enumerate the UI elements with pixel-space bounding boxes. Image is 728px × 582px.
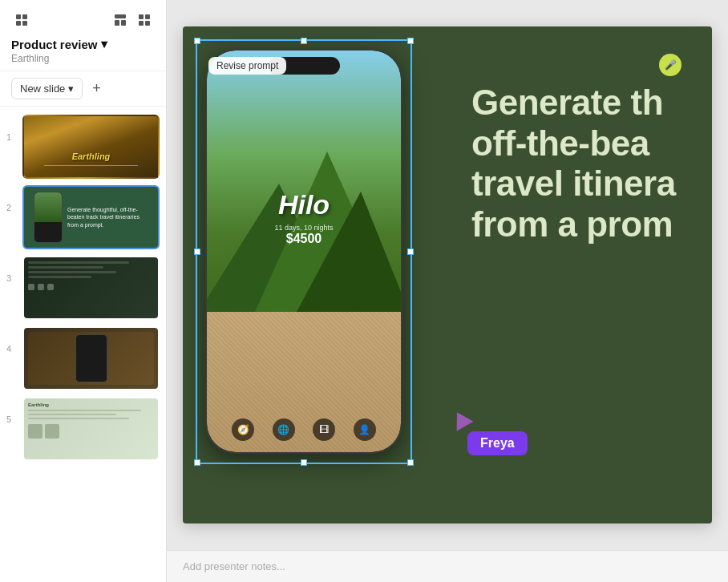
handle-top-right[interactable] bbox=[407, 38, 414, 44]
slide-canvas[interactable]: Revise prompt 🎤 Hilo bbox=[183, 26, 712, 523]
thumb-2-text: Generate thoughtful, off-the-beaten trac… bbox=[67, 206, 148, 228]
slide-text-line1: Generate th bbox=[471, 83, 663, 122]
grid-icon bbox=[14, 13, 29, 27]
svg-rect-5 bbox=[115, 20, 119, 26]
slide-text-line3: travel itinera bbox=[471, 164, 676, 203]
slide-item-3[interactable]: 3 bbox=[6, 256, 160, 320]
trip-details: 11 days, 10 nights $4500 bbox=[274, 224, 333, 246]
project-subtitle: Earthling bbox=[11, 53, 155, 64]
toolbar-left bbox=[11, 10, 32, 30]
cursor bbox=[451, 411, 471, 427]
slide-text-content: Generate th off-the-bea travel itinera f… bbox=[447, 67, 712, 261]
slide-text-line4: from a prom bbox=[471, 204, 673, 244]
project-dropdown-icon: ▾ bbox=[101, 37, 107, 51]
svg-rect-10 bbox=[145, 21, 150, 26]
thumb-1-content: Earthling bbox=[24, 116, 158, 177]
handle-top-left[interactable] bbox=[194, 38, 200, 44]
thumb-4-content bbox=[24, 328, 158, 389]
project-title-text: Product review bbox=[11, 38, 98, 51]
slide-number-3: 3 bbox=[6, 273, 16, 283]
slide-number-1: 1 bbox=[6, 132, 16, 142]
thumb-5-line-2 bbox=[28, 414, 116, 415]
thumb-1-text: Earthling bbox=[72, 152, 111, 161]
slide-text-line2: off-the-bea bbox=[471, 123, 649, 163]
layout-icon bbox=[113, 13, 127, 27]
slide-number-5: 5 bbox=[6, 414, 16, 424]
sidebar-toolbar bbox=[11, 10, 155, 30]
svg-rect-9 bbox=[139, 21, 144, 26]
new-slide-bar: New slide ▾ + bbox=[0, 71, 166, 107]
handle-top-mid[interactable] bbox=[301, 38, 307, 44]
nav-globe-icon: 🌐 bbox=[273, 418, 295, 441]
slide-number-4: 4 bbox=[6, 344, 16, 354]
phone-navigation: 🧭 🌐 🎞 👤 bbox=[207, 418, 401, 441]
svg-rect-3 bbox=[22, 21, 27, 26]
thumb-4-phone bbox=[75, 334, 107, 382]
slide-thumb-5[interactable]: Earthling bbox=[22, 397, 160, 461]
presenter-notes[interactable]: Add presenter notes... bbox=[167, 550, 728, 582]
handle-bottom-mid[interactable] bbox=[301, 459, 307, 466]
revise-prompt-text: Revise prompt bbox=[216, 60, 278, 71]
trip-days: 11 days, 10 nights bbox=[274, 224, 333, 232]
thumb-4-inner-box bbox=[28, 332, 154, 385]
freya-badge: Freya bbox=[467, 431, 528, 455]
grid-view-icon bbox=[137, 13, 152, 27]
slide-item-5[interactable]: 5 Earthling bbox=[6, 397, 160, 461]
thumb-3-line-4 bbox=[28, 276, 91, 278]
slide-item-1[interactable]: 1 Earthling bbox=[6, 115, 160, 179]
svg-rect-2 bbox=[16, 21, 21, 26]
toolbar-icons bbox=[110, 10, 155, 30]
slides-list: 1 Earthling 2 Generate th bbox=[0, 107, 166, 582]
layout-view-button[interactable] bbox=[110, 10, 131, 30]
thumb-3-line-2 bbox=[28, 266, 103, 269]
slide-thumb-1[interactable]: Earthling bbox=[22, 115, 160, 179]
thumb-2-phone bbox=[34, 192, 63, 243]
thumb-5-line-3 bbox=[28, 418, 129, 419]
thumb-5-line-1 bbox=[28, 410, 141, 411]
add-slide-button[interactable]: + bbox=[87, 79, 106, 99]
grid-icon-button[interactable] bbox=[11, 10, 32, 30]
trip-price: $4500 bbox=[274, 232, 333, 246]
handle-bottom-right[interactable] bbox=[407, 459, 414, 466]
cursor-arrow bbox=[449, 407, 474, 430]
thumb-1-line bbox=[44, 165, 138, 167]
svg-rect-0 bbox=[16, 14, 21, 19]
hilo-title: Hilo bbox=[278, 189, 330, 220]
handle-bottom-left[interactable] bbox=[194, 459, 200, 466]
svg-rect-6 bbox=[121, 20, 126, 26]
new-slide-dropdown-icon: ▾ bbox=[68, 83, 74, 95]
grid-view-button[interactable] bbox=[134, 10, 155, 30]
svg-rect-4 bbox=[115, 14, 126, 18]
slide-thumb-3[interactable] bbox=[22, 256, 160, 320]
thumb-2-phone-screen bbox=[34, 192, 62, 222]
svg-rect-1 bbox=[22, 14, 27, 19]
thumb-3-line-1 bbox=[28, 261, 129, 264]
canvas-area: Revise prompt 🎤 Hilo bbox=[167, 0, 728, 550]
svg-rect-8 bbox=[145, 14, 150, 19]
handle-right-mid[interactable] bbox=[407, 249, 414, 255]
phone-landscape: Hilo 11 days, 10 nights $4500 bbox=[207, 51, 401, 312]
phone-screen: Hilo 11 days, 10 nights $4500 🧭 🌐 bbox=[207, 51, 401, 452]
thumb-5-images bbox=[28, 424, 154, 439]
handle-left-mid[interactable] bbox=[194, 249, 200, 255]
slide-thumb-4[interactable] bbox=[22, 326, 160, 390]
slide-item-4[interactable]: 4 bbox=[6, 326, 160, 390]
sidebar-header: Product review ▾ Earthling bbox=[0, 0, 166, 71]
nav-person-icon: 👤 bbox=[354, 418, 376, 441]
thumb-3-content bbox=[24, 257, 158, 318]
svg-rect-7 bbox=[139, 14, 144, 19]
thumb-5-content: Earthling bbox=[24, 398, 158, 459]
slide-main-text: Generate th off-the-bea travel itinera f… bbox=[471, 83, 688, 245]
mic-button[interactable]: 🎤 bbox=[659, 54, 681, 76]
project-title[interactable]: Product review ▾ bbox=[11, 37, 155, 51]
thumb-5-title: Earthling bbox=[28, 402, 154, 407]
slide-thumb-2[interactable]: Generate thoughtful, off-the-beaten trac… bbox=[22, 185, 160, 249]
new-slide-button[interactable]: New slide ▾ bbox=[11, 78, 83, 99]
new-slide-label: New slide bbox=[20, 83, 65, 95]
slide-item-2[interactable]: 2 Generate thoughtful, off-the-beaten tr… bbox=[6, 185, 160, 249]
thumb-1-bg: Earthling bbox=[24, 116, 158, 177]
mic-icon: 🎤 bbox=[665, 59, 677, 71]
thumb-3-dots bbox=[28, 284, 154, 290]
nav-film-icon: 🎞 bbox=[313, 418, 335, 441]
revise-prompt-label[interactable]: Revise prompt bbox=[208, 57, 286, 75]
